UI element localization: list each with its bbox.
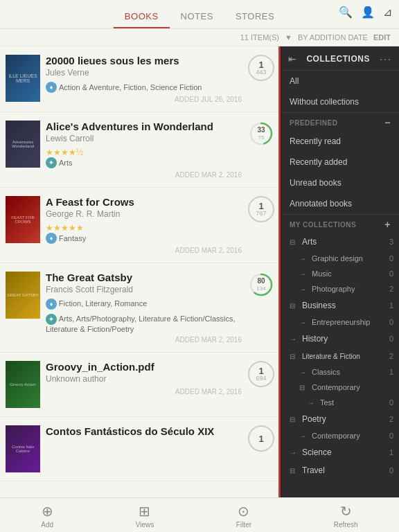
search-icon[interactable]: 🔍 <box>339 6 353 19</box>
items-count: 11 ITEM(S) <box>240 33 279 42</box>
collection-sub-graphic[interactable]: → Graphic design 0 <box>281 251 399 266</box>
collection-sub-poetry-contemporary[interactable]: → Contemporary 0 <box>281 428 399 443</box>
book-stars: ★★★★½ <box>46 148 242 157</box>
header-icons: 🔍 👤 ⊿ <box>339 6 392 19</box>
arrow-icon: → <box>299 369 309 376</box>
collection-item-poetry[interactable]: ⊟ Poetry 2 <box>281 410 399 428</box>
panel-item-recently-read[interactable]: Recently read <box>281 131 399 152</box>
sub-count: 0 <box>389 254 393 263</box>
collection-label: Travel <box>302 466 387 475</box>
book-added: ADDED MAR 2, 2016 <box>46 247 242 254</box>
subheader: 11 ITEM(S) ▼ BY ADDITION DATE EDIT <box>0 29 399 46</box>
tag-text: Fantasy <box>59 234 86 242</box>
svg-text:134: 134 <box>256 285 266 292</box>
book-item[interactable]: GREAT GATSBY The Great Gatsby Francis Sc… <box>0 263 281 353</box>
tab-notes[interactable]: NOTES <box>170 6 224 28</box>
panel-item-unread[interactable]: Unread books <box>281 172 399 193</box>
panel-back-icon[interactable]: ⇤ <box>288 53 296 64</box>
collection-item-arts[interactable]: ⊟ Arts 3 <box>281 233 399 251</box>
bottom-views[interactable]: ⊞ Views <box>136 503 154 529</box>
svg-text:75: 75 <box>258 134 265 141</box>
book-tag: ♦ Action & Aventure, Fiction, Science Fi… <box>46 82 202 93</box>
panel-header: ⇤ COLLECTIONS ··· <box>281 46 399 71</box>
book-badge: 1 <box>247 425 275 452</box>
collection-item-business[interactable]: ⊟ Business 1 <box>281 296 399 314</box>
edit-button[interactable]: EDIT <box>373 33 391 42</box>
book-list: ILLE LIEUES MERS 20000 lieues sous les m… <box>0 46 281 497</box>
collection-count: 0 <box>389 335 393 343</box>
progress-ring-svg: 33 75 <box>248 121 274 147</box>
panel-item-recently-added[interactable]: Recently added <box>281 152 399 172</box>
panel-item-without[interactable]: Without collections <box>281 91 399 112</box>
book-cover: FEAST FOR CROWS <box>6 196 40 243</box>
collection-item-travel[interactable]: ⊟ Travel 0 <box>281 461 399 479</box>
tag-text: Fiction, Literary, Romance <box>59 299 148 308</box>
filter-icon[interactable]: ⊿ <box>383 6 392 19</box>
panel-item-annotated[interactable]: Annotated books <box>281 193 399 214</box>
sub-count: 0 <box>389 269 393 278</box>
predefined-label: PREDEFINED <box>290 119 337 127</box>
refresh-label: Refresh <box>334 521 358 529</box>
collection-sub-classics[interactable]: → Classics 1 <box>281 364 399 380</box>
book-info: 20000 lieues sous les mers Jules Verne ♦… <box>46 55 242 103</box>
book-tags: ♦ Action & Aventure, Fiction, Science Fi… <box>46 82 242 93</box>
arrow-icon: → <box>299 270 309 278</box>
tab-stores[interactable]: STORES <box>224 6 285 28</box>
book-author: George R. R. Martin <box>46 209 242 219</box>
panel-more-icon[interactable]: ··· <box>380 53 392 64</box>
sort-filter-icon: ▼ <box>285 33 292 42</box>
book-item[interactable]: Contos Italo Calvino Contos Fantásticos … <box>0 417 281 481</box>
book-title: Contos Fantásticos do Século XIX <box>46 425 242 437</box>
sub-label: Contemporary <box>312 432 387 440</box>
book-item[interactable]: Groovy Action Groovy_in_Action.pdf Unkno… <box>0 353 281 417</box>
tab-books[interactable]: BOOKS <box>114 6 170 28</box>
book-badge: 1 767 <box>247 196 275 222</box>
book-item[interactable]: ILLE LIEUES MERS 20000 lieues sous les m… <box>0 46 281 112</box>
arrow-icon: → <box>290 335 299 343</box>
refresh-icon: ↻ <box>340 503 352 520</box>
book-item[interactable]: Adventures Wonderland Alice's Adventures… <box>0 112 281 188</box>
collection-sub-test[interactable]: → Test 0 <box>281 395 399 410</box>
collection-sub-photography[interactable]: → Photography 2 <box>281 281 399 296</box>
arrow-icon: → <box>308 399 317 407</box>
collection-count: 2 <box>389 415 393 423</box>
person-icon[interactable]: 👤 <box>361 6 375 19</box>
collapse-icon: ⊟ <box>290 467 299 475</box>
collection-sub-entrepreneurship[interactable]: → Entrepreneurship 0 <box>281 314 399 330</box>
my-collections-label: MY COLLECTIONS <box>290 221 356 229</box>
book-author: Jules Verne <box>46 68 242 78</box>
book-badge: 80 134 <box>247 272 275 298</box>
sub-label: Classics <box>312 368 387 376</box>
book-title: Groovy_in_Action.pdf <box>46 361 242 373</box>
book-info: A Feast for Crows George R. R. Martin ★★… <box>46 196 242 254</box>
collection-label: Science <box>302 447 387 457</box>
bottom-add[interactable]: ⊕ Add <box>41 503 53 529</box>
collection-label: History <box>302 334 387 344</box>
sub-count: 1 <box>389 368 393 376</box>
collection-sub-contemporary[interactable]: ⊟ Contemporary <box>281 380 399 395</box>
main-content: ILLE LIEUES MERS 20000 lieues sous les m… <box>0 46 399 497</box>
add-collection-icon[interactable]: + <box>384 219 391 230</box>
collection-sub-music[interactable]: → Music 0 <box>281 266 399 281</box>
bottom-filter[interactable]: ⊙ Filter <box>236 503 251 529</box>
book-added: ADDED JUL 26, 2016 <box>46 96 242 103</box>
book-added: ADDED MAR 2, 2016 <box>46 171 242 179</box>
add-icon: ⊕ <box>42 503 53 520</box>
collection-item-science[interactable]: → Science 1 <box>281 443 399 461</box>
book-info: Alice's Adventures in Wonderland Lewis C… <box>46 121 242 179</box>
collection-item-lit-fiction[interactable]: ⊟ Literature & Fiction 2 <box>281 348 399 364</box>
panel-item-all[interactable]: All <box>281 71 399 91</box>
bottom-bar: ⊕ Add ⊞ Views ⊙ Filter ↻ Refresh <box>0 497 399 532</box>
collection-count: 1 <box>389 301 393 310</box>
section-collapse-icon[interactable]: − <box>384 117 391 128</box>
collection-count: 1 <box>389 448 393 456</box>
book-cover: Adventures Wonderland <box>6 121 40 168</box>
book-info: The Great Gatsby Francis Scott Fitzgeral… <box>46 272 242 344</box>
collapse-icon: ⊟ <box>299 384 309 391</box>
bottom-refresh[interactable]: ↻ Refresh <box>334 503 358 529</box>
sort-label[interactable]: BY ADDITION DATE <box>298 33 368 42</box>
collection-item-history[interactable]: → History 0 <box>281 330 399 348</box>
book-item[interactable]: FEAST FOR CROWS A Feast for Crows George… <box>0 188 281 263</box>
arrow-icon: → <box>299 319 309 326</box>
collection-label: Poetry <box>302 414 387 424</box>
